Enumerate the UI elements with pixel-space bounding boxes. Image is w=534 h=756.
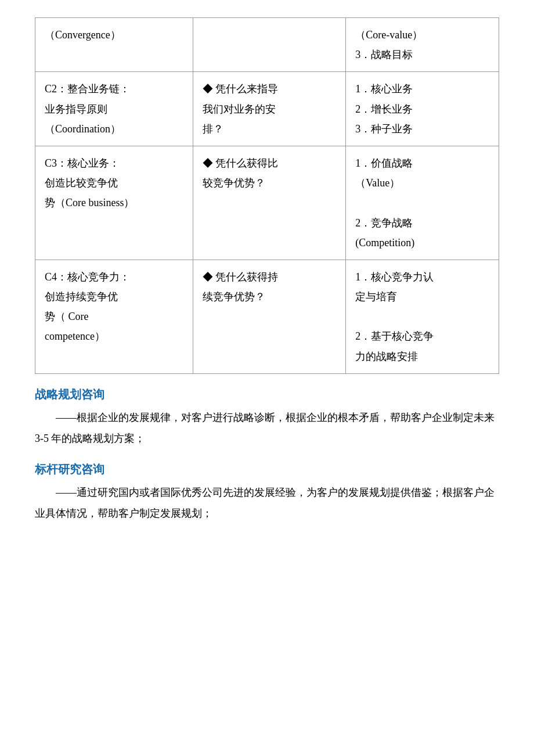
row1-col1: （Convergence） (35, 18, 193, 72)
table-row: C2：整合业务链：业务指导原则（Coordination） ◆ 凭什么来指导我们… (35, 72, 499, 146)
row1-col3: （Core-value）3．战略目标 (346, 18, 499, 72)
row2-col2: ◆ 凭什么来指导我们对业务的安排？ (193, 72, 346, 146)
row4-col1: C4：核心竞争力：创造持续竞争优势（ Corecompetence） (35, 260, 193, 373)
row2-col1: C2：整合业务链：业务指导原则（Coordination） (35, 72, 193, 146)
section1-body: ——根据企业的发展规律，对客户进行战略诊断，根据企业的根本矛盾，帮助客户企业制定… (35, 407, 499, 449)
table-row: （Convergence） （Core-value）3．战略目标 (35, 18, 499, 72)
table-row: C3：核心业务：创造比较竞争优势（Core business） ◆ 凭什么获得比… (35, 146, 499, 260)
main-table: （Convergence） （Core-value）3．战略目标 C2：整合业务… (35, 17, 499, 374)
row1-col2 (193, 18, 346, 72)
section2-body: ——通过研究国内或者国际优秀公司先进的发展经验，为客户的发展规划提供借鉴；根据客… (35, 482, 499, 524)
section1-title[interactable]: 战略规划咨询 (35, 387, 499, 402)
row4-col2: ◆ 凭什么获得持续竞争优势？ (193, 260, 346, 373)
row3-col1: C3：核心业务：创造比较竞争优势（Core business） (35, 146, 193, 260)
section2-title[interactable]: 标杆研究咨询 (35, 462, 499, 477)
sections-container: 战略规划咨询 ——根据企业的发展规律，对客户进行战略诊断，根据企业的根本矛盾，帮… (35, 387, 499, 524)
row2-col3: 1．核心业务2．增长业务3．种子业务 (346, 72, 499, 146)
row3-col3: 1．价值战略（Value）2．竞争战略(Competition) (346, 146, 499, 260)
row4-col3: 1．核心竞争力认定与培育2．基于核心竞争力的战略安排 (346, 260, 499, 373)
row3-col2: ◆ 凭什么获得比较竞争优势？ (193, 146, 346, 260)
table-row: C4：核心竞争力：创造持续竞争优势（ Corecompetence） ◆ 凭什么… (35, 260, 499, 373)
